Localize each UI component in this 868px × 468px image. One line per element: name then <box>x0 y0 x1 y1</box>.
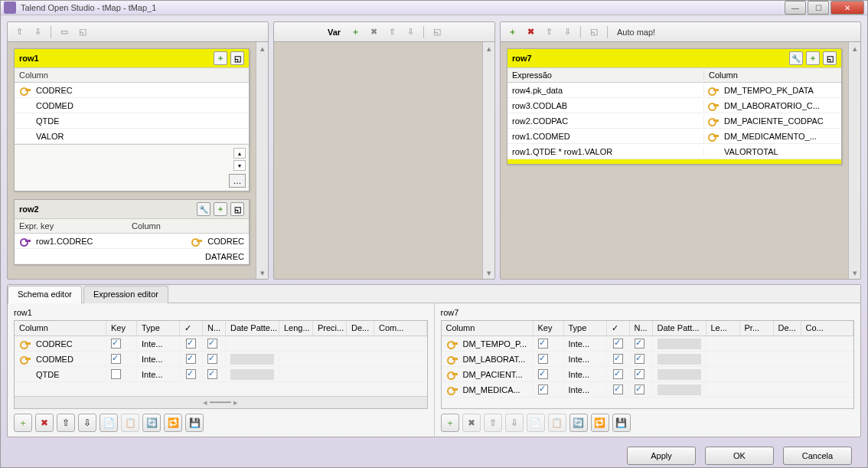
automap-button[interactable]: Auto map! <box>614 28 655 37</box>
add-button[interactable]: ＋ <box>14 414 32 432</box>
expand-icon[interactable]: ◱ <box>230 51 244 65</box>
column-header[interactable]: Pr... <box>740 321 774 335</box>
save-button[interactable]: 💾 <box>612 414 631 432</box>
nullable-checkbox[interactable] <box>207 369 217 379</box>
expression-button[interactable]: … <box>229 174 246 188</box>
key-checkbox[interactable] <box>538 339 548 349</box>
delete-icon[interactable]: ✖ <box>367 25 380 39</box>
export-button[interactable]: 🔁 <box>164 414 182 432</box>
expand-icon[interactable]: ◱ <box>823 51 837 65</box>
input-table-row1[interactable]: row1 ＋ ◱ Column CODRECCODMEDQTDEVALOR ▴ … <box>14 48 250 191</box>
maximize-button[interactable]: ☐ <box>808 1 829 15</box>
checkbox[interactable] <box>613 354 623 364</box>
save-button[interactable]: 💾 <box>185 414 204 432</box>
column-header[interactable]: Leng... <box>279 321 313 335</box>
column-header[interactable]: Column <box>15 321 106 335</box>
nullable-checkbox[interactable] <box>635 385 644 394</box>
tab-schema-editor[interactable]: Schema editor <box>8 286 82 303</box>
input-table-row2[interactable]: row2 🔧 ＋ ◱ Expr. key Column row1.CODRECC… <box>14 199 250 265</box>
column-header[interactable]: Preci... <box>313 321 347 335</box>
settings-icon[interactable]: 🔧 <box>789 51 803 65</box>
nullable-checkbox[interactable] <box>635 354 644 364</box>
table-row[interactable]: row4.pk_dataDM_TEMPO_PK_DATA <box>507 83 841 98</box>
key-checkbox[interactable] <box>111 339 121 349</box>
type-cell[interactable]: Inte... <box>137 338 180 350</box>
type-cell[interactable]: Inte... <box>137 368 180 381</box>
column-header[interactable]: De... <box>347 321 374 335</box>
apply-button[interactable]: Apply <box>627 447 696 465</box>
add-icon[interactable]: ＋ <box>348 25 362 39</box>
expand-icon[interactable]: ◱ <box>230 202 244 216</box>
column-header[interactable]: N... <box>203 321 226 335</box>
type-cell[interactable]: Inte... <box>564 368 607 381</box>
checkbox[interactable] <box>613 385 623 394</box>
schema-row[interactable]: DM_PACIENT...Inte... <box>442 367 854 382</box>
table-row[interactable]: CODMED <box>15 98 249 113</box>
type-cell[interactable]: Inte... <box>564 353 607 365</box>
table-row[interactable]: row1.QTDE * row1.VALORVALORTOTAL <box>507 144 841 159</box>
down-icon[interactable]: ⇩ <box>560 25 574 39</box>
down-icon[interactable]: ⇩ <box>31 25 44 39</box>
cancel-button[interactable]: Cancela <box>783 447 852 465</box>
column-header[interactable]: N... <box>630 321 653 335</box>
table-row[interactable]: row2.CODPACDM_PACIENTE_CODPAC <box>507 113 841 129</box>
checkbox[interactable] <box>186 369 196 379</box>
add-column-icon[interactable]: ＋ <box>214 202 227 216</box>
checkbox[interactable] <box>613 339 623 349</box>
export-button[interactable]: 🔁 <box>591 414 609 432</box>
nullable-checkbox[interactable] <box>207 354 217 364</box>
move-up-button[interactable]: ⇧ <box>57 414 75 432</box>
column-header[interactable]: Le... <box>706 321 740 335</box>
schema-row[interactable]: CODRECInte... <box>15 336 427 352</box>
table-row[interactable]: CODREC <box>15 83 249 98</box>
table-row[interactable]: QTDE <box>15 113 249 129</box>
scrollbar[interactable]: ▴▾ <box>256 42 268 279</box>
key-checkbox[interactable] <box>111 354 121 364</box>
column-header[interactable]: Date Patte... <box>226 321 279 335</box>
table-row[interactable]: VALOR <box>15 129 249 144</box>
schema-row[interactable]: DM_TEMPO_P...Inte... <box>442 336 854 352</box>
column-header[interactable]: ✓ <box>180 321 203 335</box>
restore-icon[interactable]: ◱ <box>587 25 601 39</box>
column-header[interactable]: Type <box>564 321 607 335</box>
key-checkbox[interactable] <box>538 385 548 394</box>
key-checkbox[interactable] <box>111 369 121 379</box>
minimize-button[interactable]: — <box>785 1 806 15</box>
delete-button[interactable]: ✖ <box>35 414 54 432</box>
scroll-down-icon[interactable]: ▾ <box>233 160 246 171</box>
type-cell[interactable]: Inte... <box>137 353 180 365</box>
table-row[interactable]: row3.CODLABDM_LABORATORIO_C... <box>507 98 841 113</box>
add-button[interactable]: ＋ <box>441 414 459 432</box>
schema-row[interactable]: QTDEInte... <box>15 367 427 382</box>
checkbox[interactable] <box>186 354 196 364</box>
checkbox[interactable] <box>186 339 196 349</box>
move-down-button[interactable]: ⇩ <box>78 414 96 432</box>
scroll-up-icon[interactable]: ▴ <box>233 148 246 159</box>
key-checkbox[interactable] <box>538 354 548 364</box>
table-row[interactable]: row1.CODRECCODREC <box>15 234 249 249</box>
column-header[interactable]: Com... <box>374 321 427 335</box>
delete-icon[interactable]: ✖ <box>524 25 537 39</box>
import-button[interactable]: 🔄 <box>142 414 161 432</box>
column-header[interactable]: Date Patt... <box>653 321 706 335</box>
schema-row[interactable]: CODMEDInte... <box>15 352 427 367</box>
close-button[interactable]: ✕ <box>830 1 864 15</box>
column-header[interactable]: Column <box>442 321 534 335</box>
restore-icon[interactable]: ◱ <box>76 25 90 39</box>
add-column-icon[interactable]: ＋ <box>806 51 820 65</box>
scrollbar[interactable]: ▴▾ <box>848 42 860 279</box>
nullable-checkbox[interactable] <box>635 339 644 349</box>
up-icon[interactable]: ⇧ <box>542 25 556 39</box>
output-table-row7[interactable]: row7 🔧 ＋ ◱ Expressão Column row4.pk_data… <box>507 48 842 165</box>
nullable-checkbox[interactable] <box>207 339 217 349</box>
column-header[interactable]: Co... <box>801 321 854 335</box>
nullable-checkbox[interactable] <box>635 369 644 379</box>
up-icon[interactable]: ⇧ <box>385 25 399 39</box>
add-column-icon[interactable]: ＋ <box>214 51 227 65</box>
type-cell[interactable]: Inte... <box>564 384 607 396</box>
up-icon[interactable]: ⇧ <box>12 25 26 39</box>
schema-row[interactable]: DM_MEDICA...Inte... <box>442 382 854 398</box>
key-checkbox[interactable] <box>538 369 548 379</box>
minimize-icon[interactable]: ▭ <box>57 25 71 39</box>
column-header[interactable]: Type <box>137 321 180 335</box>
